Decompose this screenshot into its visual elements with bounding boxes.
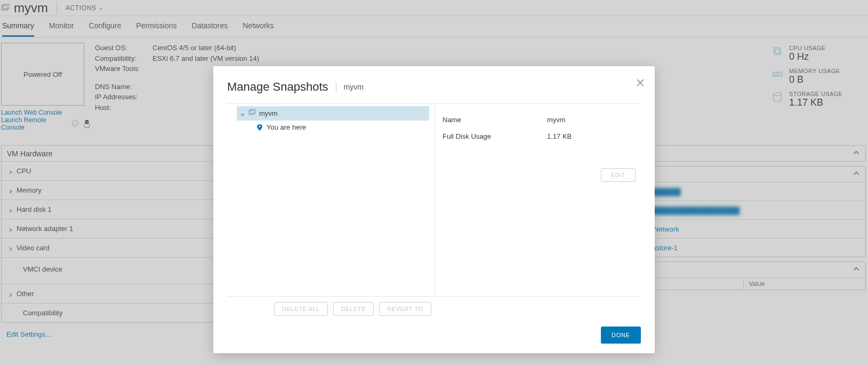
close-button[interactable] <box>636 78 645 89</box>
tree-node-here[interactable]: You are here <box>253 121 429 134</box>
name-value: myvm <box>547 116 566 124</box>
vm-icon <box>248 109 256 118</box>
snapshot-details: Name myvm Full Disk Usage 1.17 KB EDIT <box>435 104 641 296</box>
name-label: Name <box>443 116 547 124</box>
modal-subtitle: myvm <box>336 83 364 91</box>
tree-here-label: You are here <box>267 123 306 131</box>
tree-node-root[interactable]: myvm <box>237 106 429 121</box>
svg-point-27 <box>259 125 260 127</box>
expand-icon[interactable] <box>240 111 245 116</box>
snapshot-tree: myvm You are here <box>227 104 435 296</box>
disk-label: Full Disk Usage <box>443 132 547 140</box>
svg-rect-25 <box>249 110 254 115</box>
snapshot-actions: DELETE ALL DELETE REVERT TO <box>227 297 641 316</box>
tree-root-label: myvm <box>259 109 278 117</box>
disk-value: 1.17 KB <box>547 132 572 140</box>
done-button[interactable]: DONE <box>601 327 641 344</box>
delete-button[interactable]: DELETE <box>333 302 374 316</box>
svg-rect-26 <box>251 109 256 114</box>
manage-snapshots-dialog: Manage Snapshots myvm myvm You are here <box>213 66 655 353</box>
revert-to-button[interactable]: REVERT TO <box>379 302 431 316</box>
pin-icon <box>256 124 263 131</box>
modal-overlay: Manage Snapshots myvm myvm You are here <box>0 0 868 366</box>
delete-all-button[interactable]: DELETE ALL <box>274 302 328 316</box>
edit-button[interactable]: EDIT <box>601 168 636 182</box>
modal-title: Manage Snapshots <box>227 80 328 94</box>
